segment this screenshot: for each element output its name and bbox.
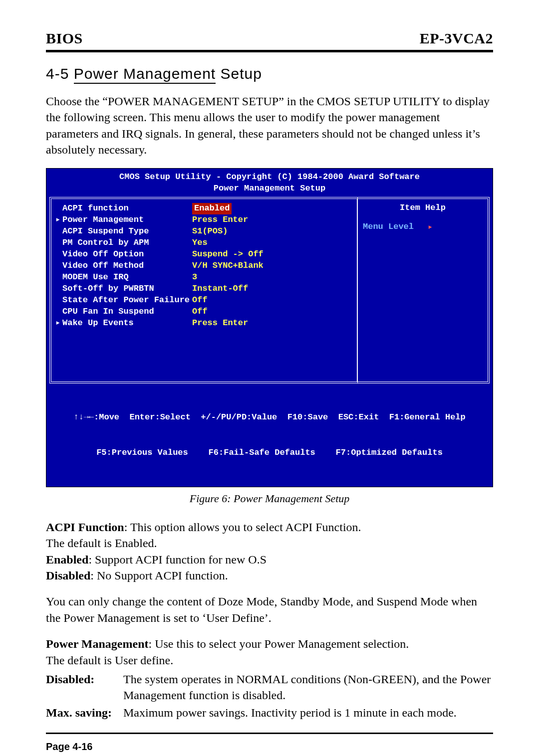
- definition-term: Disabled:: [46, 671, 123, 704]
- bios-row-value: Press Enter: [192, 318, 248, 329]
- bios-row-label: ACPI Suspend Type: [62, 226, 192, 237]
- menu-level-row: Menu Level ▸: [363, 221, 483, 232]
- bios-screenshot: CMOS Setup Utility - Copyright (C) 1984-…: [46, 168, 493, 487]
- bios-footer-line2: F5:Previous Values F6:Fail-Safe Defaults…: [49, 447, 490, 459]
- bios-footer-line1: ↑↓→←:Move Enter:Select +/-/PU/PD:Value F…: [49, 411, 490, 423]
- enabled-text: : Support ACPI function for new O.S: [88, 553, 267, 566]
- definition-row: Max. saving:Maximum power savings. Inact…: [46, 705, 493, 721]
- bios-row-value: Off: [192, 295, 208, 306]
- bios-row-label: CPU Fan In Suspend: [62, 306, 192, 318]
- bios-row: Soft-Off by PWRBTNInstant-Off: [55, 283, 352, 295]
- footer-rule: [46, 733, 493, 734]
- header-left: BIOS: [46, 30, 83, 47]
- definition-list: Disabled:The system operates in NORMAL c…: [46, 671, 493, 721]
- bios-row-label: Video Off Option: [62, 249, 192, 260]
- acpi-function-text: : This option allows you to select ACPI …: [124, 521, 361, 534]
- page-number: Page 4-16: [46, 741, 493, 753]
- bios-title-line1: CMOS Setup Utility - Copyright (C) 1984-…: [48, 172, 491, 183]
- bios-row-value: Instant-Off: [192, 283, 248, 295]
- page-header: BIOS EP-3VCA2: [46, 30, 493, 49]
- bios-row-value: Yes: [192, 237, 208, 249]
- acpi-function-label: ACPI Function: [46, 521, 124, 534]
- acpi-function-para: ACPI Function: This option allows you to…: [46, 519, 493, 584]
- bios-row-label: Soft-Off by PWRBTN: [62, 283, 192, 295]
- header-right: EP-3VCA2: [420, 30, 493, 47]
- bios-row: CPU Fan In SuspendOff: [55, 306, 352, 318]
- triangle-right-icon: [55, 237, 62, 249]
- bios-row-value: Enabled: [192, 203, 232, 214]
- triangle-right-icon: [55, 260, 62, 272]
- figure-caption: Figure 6: Power Management Setup: [46, 492, 493, 505]
- bios-body: ACPI functionEnabled▸Power ManagementPre…: [49, 197, 490, 383]
- triangle-right-icon: ▸: [55, 318, 62, 329]
- enabled-label: Enabled: [46, 553, 88, 566]
- bios-row-value: S1(POS): [192, 226, 228, 237]
- disabled-text: : No Support ACPI function.: [90, 569, 228, 582]
- bios-row: ACPI functionEnabled: [55, 203, 352, 214]
- section-title-rest: Setup: [216, 65, 262, 82]
- bios-row: State After Power FailureOff: [55, 295, 352, 306]
- bios-row-label: Power Management: [62, 214, 192, 226]
- bios-footer: ↑↓→←:Move Enter:Select +/-/PU/PD:Value F…: [46, 385, 493, 486]
- triangle-right-icon: ▸: [428, 221, 433, 232]
- triangle-right-icon: [55, 203, 62, 214]
- document-page: BIOS EP-3VCA2 4-5 Power Management Setup…: [0, 0, 539, 756]
- bios-row-value: Press Enter: [192, 214, 248, 226]
- bios-row-label: Wake Up Events: [62, 318, 192, 329]
- bios-row-value: 3: [192, 272, 197, 283]
- triangle-right-icon: [55, 226, 62, 237]
- triangle-right-icon: [55, 283, 62, 295]
- definition-desc: The system operates in NORMAL conditions…: [123, 671, 493, 704]
- bios-row-label: PM Control by APM: [62, 237, 192, 249]
- triangle-right-icon: [55, 272, 62, 283]
- bios-row-value: Off: [192, 306, 208, 318]
- bios-row-value: V/H SYNC+Blank: [192, 260, 264, 272]
- bios-title-line2: Power Management Setup: [48, 183, 491, 194]
- pm-text: : Use this to select your Power Manageme…: [149, 637, 409, 650]
- disabled-label: Disabled: [46, 569, 90, 582]
- bios-row-label: Video Off Method: [62, 260, 192, 272]
- definition-row: Disabled:The system operates in NORMAL c…: [46, 671, 493, 704]
- item-help-title: Item Help: [363, 203, 483, 212]
- definition-term: Max. saving:: [46, 705, 123, 721]
- triangle-right-icon: [55, 249, 62, 260]
- section-title: 4-5 Power Management Setup: [46, 65, 493, 82]
- bios-row: ▸Power ManagementPress Enter: [55, 214, 352, 226]
- bios-row: PM Control by APMYes: [55, 237, 352, 249]
- bios-row: ▸Wake Up EventsPress Enter: [55, 318, 352, 329]
- header-rule: [46, 50, 493, 52]
- intro-paragraph: Choose the “POWER MANAGEMENT SETUP” in t…: [46, 93, 493, 158]
- bios-row-label: MODEM Use IRQ: [62, 272, 192, 283]
- pm-label: Power Management: [46, 637, 149, 650]
- power-management-para: Power Management: Use this to select you…: [46, 636, 493, 668]
- bios-row: MODEM Use IRQ3: [55, 272, 352, 283]
- bios-title: CMOS Setup Utility - Copyright (C) 1984-…: [46, 169, 493, 195]
- pm-default-line: The default is User define.: [46, 654, 173, 667]
- bios-row: ACPI Suspend TypeS1(POS): [55, 226, 352, 237]
- triangle-right-icon: ▸: [55, 214, 62, 226]
- bios-row-label: ACPI function: [62, 203, 192, 214]
- definition-desc: Maximum power savings. Inactivity period…: [123, 705, 493, 721]
- triangle-right-icon: [55, 295, 62, 306]
- bios-row-value: Suspend -> Off: [192, 249, 264, 260]
- bios-right-panel: Item Help Menu Level ▸: [358, 197, 490, 383]
- bios-row-label: State After Power Failure: [62, 295, 192, 306]
- menu-level-label: Menu Level: [363, 222, 414, 231]
- bios-row: Video Off OptionSuspend -> Off: [55, 249, 352, 260]
- triangle-right-icon: [55, 306, 62, 318]
- bios-left-panel: ACPI functionEnabled▸Power ManagementPre…: [49, 197, 358, 383]
- section-number: 4-5: [46, 65, 69, 82]
- section-title-underlined: Power Management: [74, 65, 216, 84]
- acpi-default-line: The default is Enabled.: [46, 537, 157, 550]
- bios-row: Video Off MethodV/H SYNC+Blank: [55, 260, 352, 272]
- doze-paragraph: You can only change the content of Doze …: [46, 593, 493, 626]
